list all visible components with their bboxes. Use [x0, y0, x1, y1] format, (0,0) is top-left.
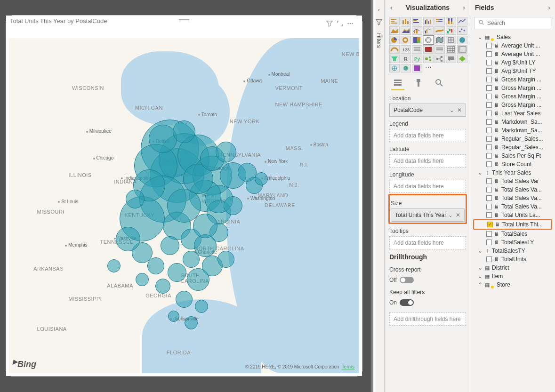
- expand-viz-icon[interactable]: ›: [463, 4, 465, 11]
- table-item[interactable]: ⌄ Item: [473, 272, 552, 280]
- map-bubble[interactable]: [173, 120, 195, 143]
- r-visual-icon[interactable]: R: [401, 55, 411, 63]
- field-gross-margin-4[interactable]: Gross Margin ...: [473, 101, 552, 109]
- map-bubble[interactable]: [116, 227, 140, 251]
- paginated-report-icon[interactable]: [412, 64, 422, 72]
- map-bubble[interactable]: [224, 196, 242, 215]
- field-total-units-this-year[interactable]: Total Units Thi...: [473, 219, 552, 230]
- format-tab-icon[interactable]: [414, 78, 423, 88]
- map-bubble[interactable]: [107, 259, 121, 272]
- map-bubble[interactable]: [147, 257, 164, 274]
- field-store-count[interactable]: Store Count: [473, 160, 552, 168]
- chevron-down-icon[interactable]: ⌄: [478, 273, 483, 280]
- scatter-chart-icon[interactable]: [457, 26, 467, 35]
- globe-data-icon[interactable]: [401, 64, 411, 72]
- field-markdown-1[interactable]: Markdown_Sa...: [473, 118, 552, 126]
- chevron-down-icon[interactable]: ⌄: [448, 212, 453, 218]
- azure-map-icon[interactable]: [457, 36, 467, 44]
- search-input[interactable]: [487, 20, 555, 26]
- map-bubble[interactable]: [168, 311, 179, 322]
- table-icon[interactable]: [446, 45, 456, 54]
- map-bubble[interactable]: [136, 273, 149, 286]
- ribbon-chart-icon[interactable]: [434, 26, 445, 35]
- clustered-bar-icon[interactable]: [412, 17, 422, 25]
- cross-report-toggle[interactable]: Off: [389, 275, 466, 285]
- field-sales-per-sqft[interactable]: Sales Per Sq Ft: [473, 152, 552, 160]
- field-total-sales-va-2[interactable]: Total Sales Va...: [473, 194, 552, 202]
- key-influencers-icon[interactable]: [423, 55, 434, 63]
- field-gross-margin-2[interactable]: Gross Margin ...: [473, 84, 552, 92]
- map-bubble[interactable]: [195, 300, 208, 313]
- slicer-icon[interactable]: [434, 45, 445, 54]
- python-visual-icon[interactable]: Py: [412, 55, 422, 63]
- chevron-down-icon[interactable]: ⌄: [450, 107, 454, 113]
- pie-chart-icon[interactable]: [389, 36, 400, 44]
- map-bubble[interactable]: [255, 172, 268, 185]
- longitude-well[interactable]: Add data fields here: [389, 180, 466, 193]
- field-total-sales-var[interactable]: Total Sales Var: [473, 177, 552, 185]
- map-bubble[interactable]: [217, 251, 234, 268]
- chevron-down-icon[interactable]: ⌄: [478, 169, 483, 176]
- filters-funnel-icon[interactable]: [376, 19, 382, 27]
- line-stacked-column-icon[interactable]: [412, 26, 422, 35]
- funnel-icon[interactable]: [389, 55, 400, 63]
- terms-link[interactable]: Terms: [342, 364, 354, 369]
- table-sales[interactable]: ⌄ Sales: [473, 33, 552, 41]
- card-icon[interactable]: 123: [401, 45, 411, 54]
- field-avg-per-unit-ty[interactable]: Avg $/Unit TY: [473, 67, 552, 75]
- keep-filters-toggle[interactable]: On: [389, 297, 466, 308]
- waterfall-chart-icon[interactable]: [446, 26, 456, 35]
- collapse-left-icon[interactable]: ‹: [378, 7, 380, 13]
- field-avg-per-unit-ly[interactable]: Avg $/Unit LY: [473, 58, 552, 67]
- filled-map-icon[interactable]: [434, 36, 445, 44]
- donut-chart-icon[interactable]: [401, 36, 411, 44]
- hundred-stacked-column-icon[interactable]: [446, 17, 456, 25]
- remove-field-icon[interactable]: ✕: [456, 212, 460, 218]
- visual-drag-handle[interactable]: [179, 19, 189, 22]
- table-store[interactable]: ⌃ Store: [473, 280, 552, 289]
- analytics-tab-icon[interactable]: [434, 78, 444, 88]
- remove-field-icon[interactable]: ✕: [457, 107, 462, 113]
- fields-tab-icon[interactable]: [393, 78, 402, 88]
- field-regular-sales-1[interactable]: Regular_Sales...: [473, 135, 552, 143]
- map-bubble[interactable]: [216, 142, 236, 162]
- map-bubble[interactable]: [185, 316, 198, 329]
- legend-well[interactable]: Add data fields here: [389, 129, 466, 142]
- chevron-down-icon[interactable]: ⌄: [478, 264, 483, 271]
- more-options-icon[interactable]: [347, 20, 354, 28]
- gauge-icon[interactable]: [389, 45, 400, 54]
- stacked-area-icon[interactable]: [401, 26, 411, 35]
- focus-mode-icon[interactable]: [337, 20, 343, 28]
- filters-rail[interactable]: ‹ Filters: [373, 0, 385, 392]
- field-total-sales[interactable]: TotalSales: [473, 230, 552, 238]
- field-total-sales-va-3[interactable]: Total Sales Va...: [473, 202, 552, 211]
- tooltips-well[interactable]: Add data fields here: [389, 236, 466, 249]
- more-visuals-icon[interactable]: ⋯: [423, 64, 434, 72]
- powerapps-icon[interactable]: [457, 55, 467, 63]
- map-bubble[interactable]: [183, 251, 200, 268]
- field-regular-sales-2[interactable]: Regular_Sales...: [473, 143, 552, 152]
- kpi-icon[interactable]: [423, 45, 434, 54]
- multirow-card-icon[interactable]: [412, 45, 422, 54]
- drillthrough-well[interactable]: Add drillthrough fields here: [389, 312, 466, 326]
- expand-fields-icon[interactable]: ›: [548, 4, 550, 11]
- hundred-stacked-bar-icon[interactable]: [434, 17, 445, 25]
- filter-icon[interactable]: [326, 20, 333, 28]
- field-total-units[interactable]: TotalUnits: [473, 255, 552, 264]
- map-bubble[interactable]: [161, 236, 179, 255]
- field-gross-margin-1[interactable]: Gross Margin ...: [473, 75, 552, 84]
- field-markdown-2[interactable]: Markdown_Sa...: [473, 126, 552, 135]
- map-bubble[interactable]: [176, 291, 193, 308]
- field-avg-unit-2[interactable]: Average Unit ...: [473, 50, 552, 58]
- arcgis-icon[interactable]: [389, 64, 400, 72]
- chevron-down-icon[interactable]: ⌄: [478, 34, 483, 40]
- location-well[interactable]: PostalCode ⌄✕: [389, 104, 466, 117]
- map-viewport[interactable]: WISCONSIN MICHIGAN ILLINOIS INDIANA OHIO…: [9, 38, 359, 373]
- collapse-viz-icon[interactable]: ‹: [390, 4, 393, 11]
- field-last-year-sales[interactable]: Last Year Sales: [473, 109, 552, 118]
- chevron-down-icon[interactable]: ⌄: [478, 248, 483, 254]
- report-canvas[interactable]: Total Units This Year by PostalCode WISC…: [0, 0, 371, 392]
- stacked-column-icon[interactable]: [401, 17, 411, 25]
- map-bubble[interactable]: [168, 263, 186, 282]
- table-district[interactable]: ⌄ District: [473, 264, 552, 272]
